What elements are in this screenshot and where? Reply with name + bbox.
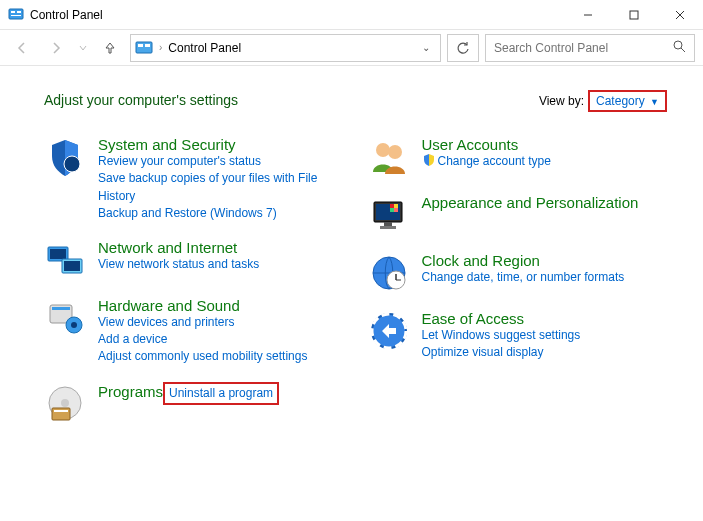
refresh-button[interactable] [447,34,479,62]
svg-rect-33 [394,208,398,212]
chevron-down-icon: ▼ [650,97,659,107]
svg-rect-35 [380,226,396,229]
category-appearance: Appearance and Personalization [368,194,668,236]
svg-point-11 [674,41,682,49]
clock-region-icon [368,252,410,294]
category-link[interactable]: Adjust commonly used mobility settings [98,348,344,365]
category-link[interactable]: Backup and Restore (Windows 7) [98,205,344,222]
category-body: System and SecurityReview your computer'… [98,136,344,223]
page-heading: Adjust your computer's settings [44,92,539,108]
category-user-accounts: User AccountsChange account type [368,136,668,178]
programs-icon [44,382,86,424]
control-panel-icon [135,40,153,56]
svg-rect-24 [52,408,70,420]
svg-rect-2 [17,11,21,13]
recent-chevron-icon[interactable] [76,34,90,62]
titlebar: Control Panel [0,0,703,30]
category-programs: ProgramsUninstall a program [44,382,344,424]
category-link[interactable]: Optimize visual display [422,344,668,361]
category-link[interactable]: View devices and printers [98,314,344,331]
svg-rect-1 [11,11,15,13]
address-bar[interactable]: › Control Panel ⌄ [130,34,441,62]
svg-rect-32 [390,208,394,212]
category-title[interactable]: User Accounts [422,136,519,153]
network-internet-icon [44,239,86,281]
chevron-right-icon: › [159,42,162,53]
svg-rect-34 [384,222,392,226]
svg-rect-3 [11,15,21,16]
toolbar: › Control Panel ⌄ [0,30,703,66]
svg-line-12 [681,48,685,52]
category-body: Clock and RegionChange date, time, or nu… [422,252,668,294]
category-link[interactable]: Review your computer's status [98,153,344,170]
search-box[interactable] [485,34,695,62]
maximize-button[interactable] [611,0,657,30]
forward-button[interactable] [42,34,70,62]
hardware-sound-icon [44,297,86,339]
category-link[interactable]: Change date, time, or number formats [422,269,668,286]
category-title[interactable]: Ease of Access [422,310,525,327]
category-title[interactable]: Clock and Region [422,252,540,269]
viewby-value: Category [596,94,645,108]
category-ease-access: Ease of AccessLet Windows suggest settin… [368,310,668,362]
user-accounts-icon [368,136,410,178]
category-title[interactable]: Appearance and Personalization [422,194,639,211]
viewby-label: View by: [539,94,584,108]
breadcrumb[interactable]: Control Panel [168,41,241,55]
svg-rect-9 [138,44,143,47]
category-link[interactable]: View network status and tasks [98,256,344,273]
svg-rect-8 [136,42,152,53]
category-link[interactable]: Change account type [422,153,668,170]
category-title[interactable]: System and Security [98,136,236,153]
content: Adjust your computer's settings View by:… [0,66,703,450]
svg-point-23 [61,399,69,407]
system-security-icon [44,136,86,178]
category-clock-region: Clock and RegionChange date, time, or nu… [368,252,668,294]
ease-access-icon [368,310,410,352]
svg-rect-30 [390,204,394,208]
category-title[interactable]: Hardware and Sound [98,297,240,314]
category-columns: System and SecurityReview your computer'… [44,136,667,440]
svg-rect-25 [54,410,68,412]
category-body: Network and InternetView network status … [98,239,344,281]
category-system-security: System and SecurityReview your computer'… [44,136,344,223]
category-hardware-sound: Hardware and SoundView devices and print… [44,297,344,366]
search-icon [672,39,686,56]
svg-rect-10 [145,44,150,47]
svg-rect-19 [52,307,70,310]
svg-rect-17 [64,261,80,271]
search-input[interactable] [494,41,672,55]
chevron-down-icon[interactable]: ⌄ [416,42,436,53]
category-body: Hardware and SoundView devices and print… [98,297,344,366]
svg-rect-5 [630,11,638,19]
control-panel-icon [8,7,24,23]
category-link[interactable]: Add a device [98,331,344,348]
category-body: User AccountsChange account type [422,136,668,178]
category-title[interactable]: Network and Internet [98,239,237,256]
svg-point-21 [71,322,77,328]
category-link[interactable]: Uninstall a program [163,382,279,405]
category-title[interactable]: Programs [98,383,163,400]
up-button[interactable] [96,34,124,62]
svg-rect-31 [394,204,398,208]
svg-point-27 [388,145,402,159]
back-button[interactable] [8,34,36,62]
category-network-internet: Network and InternetView network status … [44,239,344,281]
window-title: Control Panel [30,8,565,22]
window-controls [565,0,703,30]
category-link[interactable]: Let Windows suggest settings [422,327,668,344]
minimize-button[interactable] [565,0,611,30]
svg-rect-0 [9,9,23,19]
viewby-dropdown[interactable]: Category ▼ [588,90,667,112]
svg-rect-15 [50,249,66,259]
svg-point-13 [64,156,80,172]
category-body: Appearance and Personalization [422,194,668,236]
svg-point-26 [376,143,390,157]
category-link[interactable]: Save backup copies of your files with Fi… [98,170,344,205]
category-body: ProgramsUninstall a program [98,382,344,424]
heading-row: Adjust your computer's settings View by:… [44,90,667,112]
appearance-icon [368,194,410,236]
close-button[interactable] [657,0,703,30]
category-body: Ease of AccessLet Windows suggest settin… [422,310,668,362]
